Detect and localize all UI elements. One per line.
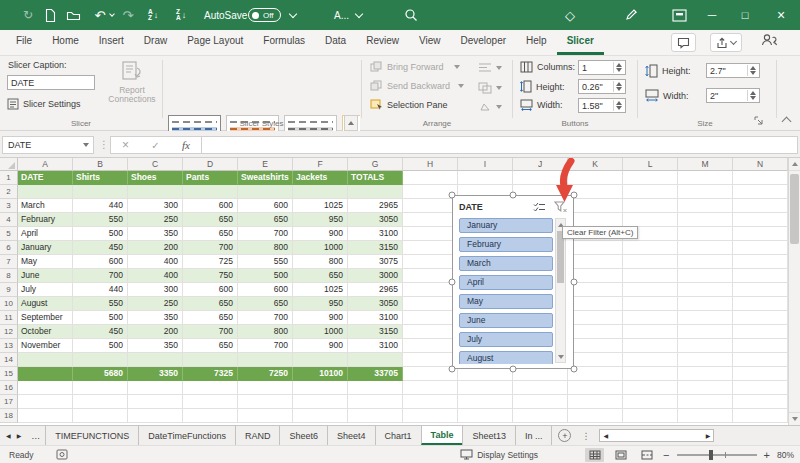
cell-L2[interactable] [623,185,678,199]
hscroll-right-icon[interactable]: ▶ [706,432,711,439]
tab-insert[interactable]: Insert [89,29,134,55]
cell-E9[interactable]: 600 [238,283,293,297]
cell-F12[interactable]: 1000 [293,325,348,339]
cell-D3[interactable]: 600 [183,199,238,213]
cell-F18[interactable] [293,409,348,423]
resize-handle[interactable] [571,366,578,373]
cell-L14[interactable] [623,353,678,367]
column-header-G[interactable]: G [348,158,403,171]
cell-D1[interactable]: Pants [183,171,238,185]
cell-G12[interactable]: 3150 [348,325,403,339]
cell-M14[interactable] [678,353,733,367]
cell-F2[interactable] [293,185,348,199]
cell-N11[interactable] [733,311,788,325]
column-header-B[interactable]: B [73,158,128,171]
cell-N6[interactable] [733,241,788,255]
cell-N17[interactable] [733,395,788,409]
cell-A2[interactable] [18,185,73,199]
normal-view-button[interactable] [585,448,604,462]
cell-H18[interactable] [403,409,458,423]
cell-C16[interactable] [128,381,183,395]
column-header-I[interactable]: I [458,158,513,171]
cell-B7[interactable]: 600 [73,255,128,269]
cell-G5[interactable]: 3100 [348,227,403,241]
zoom-slider-thumb[interactable] [709,450,713,460]
cell-G6[interactable]: 3150 [348,241,403,255]
sheet-nav-more-icon[interactable]: … [27,431,45,441]
cell-H11[interactable] [403,311,458,325]
new-sheet-button[interactable]: + [558,429,571,442]
cell-B1[interactable]: Shirts [73,171,128,185]
cell-H5[interactable] [403,227,458,241]
cell-N8[interactable] [733,269,788,283]
open-folder-button[interactable] [66,0,81,30]
cell-C11[interactable]: 350 [128,311,183,325]
resize-handle[interactable] [510,192,517,199]
cell-L12[interactable] [623,325,678,339]
cell-G4[interactable]: 3050 [348,213,403,227]
cell-D5[interactable]: 650 [183,227,238,241]
cell-F4[interactable]: 950 [293,213,348,227]
cell-M17[interactable] [678,395,733,409]
cell-D2[interactable] [183,185,238,199]
macro-record-icon[interactable] [56,449,68,460]
cell-E12[interactable]: 800 [238,325,293,339]
cell-B12[interactable]: 450 [73,325,128,339]
cell-N1[interactable] [733,171,788,185]
cell-B5[interactable]: 500 [73,227,128,241]
name-box-dropdown-icon[interactable] [83,143,89,147]
cell-B16[interactable] [73,381,128,395]
cell-E3[interactable]: 600 [238,199,293,213]
column-header-N[interactable]: N [733,158,788,171]
cell-H16[interactable] [403,381,458,395]
cell-F9[interactable]: 1025 [293,283,348,297]
new-file-button[interactable] [44,0,57,30]
cell-C7[interactable]: 400 [128,255,183,269]
undo-chevron-icon[interactable] [109,11,115,17]
share-button[interactable] [710,33,742,52]
tab-page-layout[interactable]: Page Layout [177,29,253,55]
cell-G13[interactable]: 3100 [348,339,403,353]
slicer-item-march[interactable]: March [459,256,553,271]
cell-N15[interactable] [733,367,788,381]
cell-D10[interactable]: 650 [183,297,238,311]
column-header-H[interactable]: H [403,158,458,171]
cell-N9[interactable] [733,283,788,297]
tab-draw[interactable]: Draw [134,29,177,55]
cell-A11[interactable]: September [18,311,73,325]
cell-D8[interactable]: 750 [183,269,238,283]
multi-select-icon[interactable] [533,202,546,212]
cell-A7[interactable]: May [18,255,73,269]
cell-D12[interactable]: 700 [183,325,238,339]
sheet-tab-sheet6[interactable]: Sheet6 [279,426,327,445]
resize-handle[interactable] [449,366,456,373]
column-header-A[interactable]: A [18,158,73,171]
cell-D18[interactable] [183,409,238,423]
cell-L16[interactable] [623,381,678,395]
row-header-4[interactable]: 4 [0,213,18,227]
cell-I15[interactable] [458,367,513,381]
cell-B6[interactable]: 450 [73,241,128,255]
slicer-caption-input[interactable]: DATE [7,75,95,90]
cell-H3[interactable] [403,199,458,213]
column-header-C[interactable]: C [128,158,183,171]
cell-A10[interactable]: August [18,297,73,311]
cell-A3[interactable]: March [18,199,73,213]
cell-F17[interactable] [293,395,348,409]
cell-L3[interactable] [623,199,678,213]
cell-N4[interactable] [733,213,788,227]
cell-L4[interactable] [623,213,678,227]
size-height-spinner[interactable] [747,65,758,76]
column-header-L[interactable]: L [623,158,678,171]
cell-A8[interactable]: June [18,269,73,283]
slicer-scrollbar[interactable] [555,218,566,363]
cell-L1[interactable] [623,171,678,185]
cell-C14[interactable] [128,353,183,367]
row-header-5[interactable]: 5 [0,227,18,241]
cell-J17[interactable] [513,395,568,409]
cell-E11[interactable]: 700 [238,311,293,325]
row-header-7[interactable]: 7 [0,255,18,269]
document-title-chevron-icon[interactable] [355,9,363,17]
columns-spinner[interactable] [613,62,624,73]
cell-L10[interactable] [623,297,678,311]
